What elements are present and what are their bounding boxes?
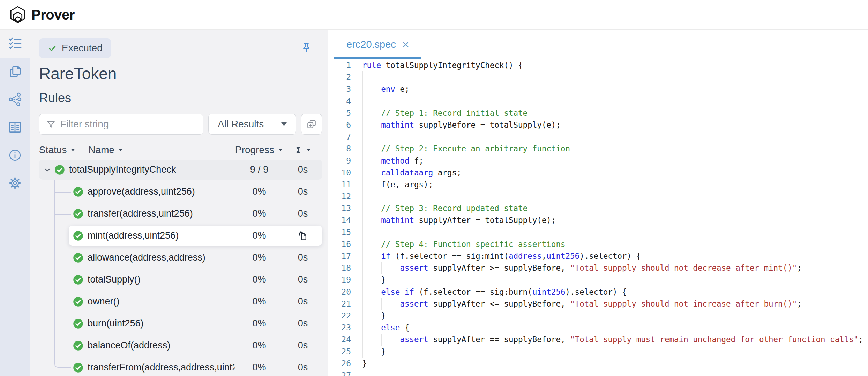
rule-progress: 0% bbox=[235, 208, 284, 219]
rules-table-header: Status Name Progress bbox=[39, 144, 322, 156]
tree-connector bbox=[54, 302, 71, 302]
check-circle-icon bbox=[73, 296, 83, 307]
line-number: 3 bbox=[328, 83, 351, 95]
rail-item-info[interactable] bbox=[0, 141, 30, 169]
rule-time: 0s bbox=[284, 340, 322, 351]
rule-time: 0s bbox=[284, 274, 322, 285]
code-line-1: 1rule totalSupplyIntegrityCheck() { bbox=[328, 59, 868, 71]
sticky-line-divider bbox=[362, 71, 868, 71]
check-circle-icon bbox=[73, 318, 83, 329]
code-line-9: 9 method f; bbox=[328, 155, 868, 167]
chevron-down-icon[interactable] bbox=[43, 166, 52, 174]
tree-connector bbox=[54, 192, 71, 193]
line-number: 23 bbox=[328, 322, 351, 333]
code-line-12: 12 bbox=[328, 190, 868, 202]
tree-connector bbox=[54, 346, 71, 346]
hourglass-icon bbox=[294, 146, 302, 154]
code-area: 1rule totalSupplyIntegrityCheck() {23 en… bbox=[328, 59, 868, 376]
status-badge: Executed bbox=[39, 38, 111, 58]
nav-rail bbox=[0, 30, 30, 376]
sort-status[interactable]: Status bbox=[39, 144, 76, 156]
editor: erc20.spec × 1rule totalSupplyIntegrityC… bbox=[328, 30, 868, 376]
code-line-6: 6 mathint supplyBefore = totalSupply(e); bbox=[328, 119, 868, 131]
filter-input[interactable] bbox=[60, 119, 196, 130]
check-icon bbox=[47, 43, 57, 53]
tree-row-3[interactable]: allowance(address,address) 0% 0s bbox=[69, 248, 322, 268]
rule-progress: 0% bbox=[235, 274, 284, 285]
tree-row-5[interactable]: owner() 0% 0s bbox=[69, 292, 322, 311]
tree-row-4[interactable]: totalSupply() 0% 0s bbox=[69, 270, 322, 289]
tree-row-1[interactable]: transfer(address,uint256) 0% 0s bbox=[69, 204, 322, 224]
tree-row-8[interactable]: transferFrom(address,address,uint2… 0% 0… bbox=[69, 358, 322, 376]
code-line-8: 8 // Step 2: Execute an arbitrary functi… bbox=[328, 143, 868, 155]
close-icon[interactable]: × bbox=[402, 38, 409, 50]
tree-row-2[interactable]: mint(address,uint256) 0% bbox=[69, 226, 322, 246]
line-number: 10 bbox=[328, 167, 351, 179]
pin-icon[interactable] bbox=[300, 42, 312, 54]
line-number: 21 bbox=[328, 298, 351, 310]
line-number: 9 bbox=[328, 155, 351, 167]
code-line-15: 15 bbox=[328, 226, 868, 238]
tree-row-7[interactable]: balanceOf(address) 0% 0s bbox=[69, 336, 322, 355]
tree-connector bbox=[54, 363, 71, 368]
check-circle-icon bbox=[73, 209, 83, 219]
expand-all-button[interactable] bbox=[301, 114, 322, 135]
line-number: 17 bbox=[328, 250, 351, 262]
tab-erc20-spec[interactable]: erc20.spec × bbox=[334, 30, 421, 59]
rule-name: approve(address,uint256) bbox=[88, 186, 235, 197]
line-number: 1 bbox=[328, 59, 351, 71]
open-report-icon[interactable] bbox=[284, 231, 322, 241]
line-number: 22 bbox=[328, 310, 351, 322]
line-number: 19 bbox=[328, 274, 351, 286]
check-circle-icon bbox=[73, 340, 83, 351]
sort-caret-icon bbox=[119, 149, 123, 151]
tree-connector bbox=[54, 214, 71, 215]
line-number: 8 bbox=[328, 143, 351, 155]
code-line-16: 16 // Step 4: Function-specific assertio… bbox=[328, 238, 868, 250]
rail-item-settings[interactable] bbox=[0, 169, 30, 197]
rail-item-call-graph[interactable] bbox=[0, 85, 30, 113]
results-filter-dropdown[interactable]: All Results bbox=[208, 114, 296, 135]
line-number: 12 bbox=[328, 190, 351, 202]
check-circle-icon bbox=[73, 275, 83, 285]
code-line-3: 3 env e; bbox=[328, 83, 868, 95]
rule-progress: 0% bbox=[235, 362, 284, 373]
check-circle-icon bbox=[73, 253, 83, 263]
code-line-2: 2 bbox=[328, 71, 868, 83]
tree-row-6[interactable]: burn(uint256) 0% 0s bbox=[69, 314, 322, 333]
code-line-7: 7 bbox=[328, 131, 868, 143]
line-number: 14 bbox=[328, 214, 351, 226]
rule-name: burn(uint256) bbox=[88, 318, 235, 329]
topbar: Prover bbox=[0, 0, 868, 30]
line-number: 4 bbox=[328, 95, 351, 107]
rule-time: 0s bbox=[284, 318, 322, 329]
tree-row-root[interactable]: totalSupplyIntegrityCheck 9 / 9 0s bbox=[39, 160, 322, 180]
line-number: 25 bbox=[328, 346, 351, 358]
line-number: 24 bbox=[328, 333, 351, 345]
rule-progress: 0% bbox=[235, 230, 284, 241]
tab-label: erc20.spec bbox=[346, 39, 396, 50]
tabbar: erc20.spec × bbox=[328, 30, 868, 59]
rule-progress: 0% bbox=[235, 296, 284, 307]
tree-row-0[interactable]: approve(address,uint256) 0% 0s bbox=[69, 182, 322, 202]
app-logo[interactable]: Prover bbox=[9, 5, 75, 24]
code-line-27: 27 bbox=[328, 369, 868, 376]
check-circle-icon bbox=[73, 362, 83, 373]
rule-name: mint(address,uint256) bbox=[88, 230, 235, 241]
check-circle-icon bbox=[54, 165, 65, 175]
rule-time: 0s bbox=[284, 186, 322, 197]
duplicate-plus-icon bbox=[306, 119, 317, 130]
rail-item-files[interactable] bbox=[0, 58, 30, 85]
rail-item-rules[interactable] bbox=[0, 30, 30, 58]
code-line-18: 18 assert supplyAfter >= supplyBefore, "… bbox=[328, 262, 868, 274]
tree-connector bbox=[54, 236, 71, 236]
code-line-5: 5 // Step 1: Record initial state bbox=[328, 107, 868, 119]
hexagon-logo-icon bbox=[9, 5, 27, 24]
gear-icon bbox=[8, 176, 22, 190]
sort-time[interactable] bbox=[284, 146, 322, 154]
rail-item-docs[interactable] bbox=[0, 113, 30, 141]
sort-name[interactable]: Name bbox=[88, 144, 124, 156]
code-line-22: 22 } bbox=[328, 310, 868, 322]
code-line-19: 19 } bbox=[328, 274, 868, 286]
sort-progress[interactable]: Progress bbox=[235, 144, 284, 156]
